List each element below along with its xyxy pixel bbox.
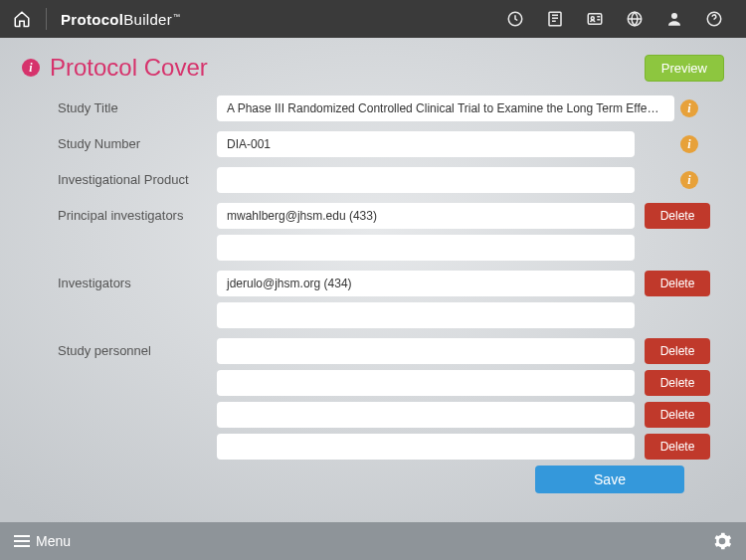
delete-button[interactable]: Delete <box>645 338 710 364</box>
row-personnel: Delete <box>58 370 724 396</box>
title-bar: i Protocol Cover Preview <box>22 54 724 82</box>
row-pi: Principal investigators mwahlberg@jhsm.e… <box>58 203 724 229</box>
study-title-input[interactable]: A Phase III Randomized Controlled Clinic… <box>217 95 674 121</box>
bottom-bar: Menu <box>0 522 746 560</box>
menu-button[interactable]: Menu <box>14 533 71 549</box>
help-icon[interactable] <box>700 5 728 33</box>
row-inv-extra <box>58 302 724 328</box>
row-personnel: Study personnel Delete <box>58 338 724 364</box>
study-number-input[interactable]: DIA-001 <box>217 131 635 157</box>
delete-button[interactable]: Delete <box>645 370 710 396</box>
label-study-title: Study Title <box>58 95 217 115</box>
svg-point-3 <box>591 17 594 20</box>
save-button[interactable]: Save <box>535 466 684 493</box>
row-pi-extra <box>58 235 724 261</box>
row-study-title: Study Title A Phase III Randomized Contr… <box>58 95 724 121</box>
page-title: Protocol Cover <box>50 54 208 82</box>
settings-icon[interactable] <box>712 531 732 551</box>
library-icon[interactable] <box>541 5 569 33</box>
info-icon[interactable]: i <box>680 171 698 189</box>
contact-icon[interactable] <box>581 5 609 33</box>
hamburger-icon <box>14 535 30 547</box>
personnel-input[interactable] <box>217 370 635 396</box>
divider <box>46 8 47 30</box>
page-info-icon[interactable]: i <box>22 59 40 77</box>
label-study-number: Study Number <box>58 131 217 151</box>
history-icon[interactable] <box>501 5 529 33</box>
row-product: Investigational Product i <box>58 167 724 193</box>
svg-point-5 <box>671 13 677 19</box>
inv-input[interactable]: jderulo@jhsm.org (434) <box>217 271 635 296</box>
personnel-input[interactable] <box>217 338 635 364</box>
product-input[interactable] <box>217 167 635 193</box>
row-personnel: Delete <box>58 402 724 428</box>
home-icon[interactable] <box>12 9 32 29</box>
label-inv: Investigators <box>58 271 217 290</box>
personnel-input[interactable] <box>217 434 635 460</box>
form: Study Title A Phase III Randomized Contr… <box>22 95 724 493</box>
pi-input-empty[interactable] <box>217 235 635 261</box>
preview-button[interactable]: Preview <box>645 55 724 82</box>
app-logo: ProtocolBuilder™ <box>61 11 180 28</box>
label-product: Investigational Product <box>58 167 217 187</box>
globe-icon[interactable] <box>621 5 649 33</box>
row-personnel: Delete <box>58 434 724 460</box>
delete-button[interactable]: Delete <box>645 434 710 460</box>
user-icon[interactable] <box>660 5 688 33</box>
delete-button[interactable]: Delete <box>645 402 710 428</box>
personnel-input[interactable] <box>217 402 635 428</box>
inv-input-empty[interactable] <box>217 302 635 328</box>
label-personnel: Study personnel <box>58 338 217 358</box>
delete-button[interactable]: Delete <box>645 203 710 229</box>
row-inv: Investigators jderulo@jhsm.org (434) Del… <box>58 271 724 296</box>
menu-label: Menu <box>36 533 71 549</box>
info-icon[interactable]: i <box>680 99 698 117</box>
row-study-number: Study Number DIA-001 i <box>58 131 724 157</box>
delete-button[interactable]: Delete <box>645 271 710 296</box>
main-content: i Protocol Cover Preview Study Title A P… <box>0 38 746 522</box>
info-icon[interactable]: i <box>680 135 698 153</box>
label-pi: Principal investigators <box>58 203 217 223</box>
pi-input[interactable]: mwahlberg@jhsm.edu (433) <box>217 203 635 229</box>
top-bar: ProtocolBuilder™ <box>0 0 746 38</box>
